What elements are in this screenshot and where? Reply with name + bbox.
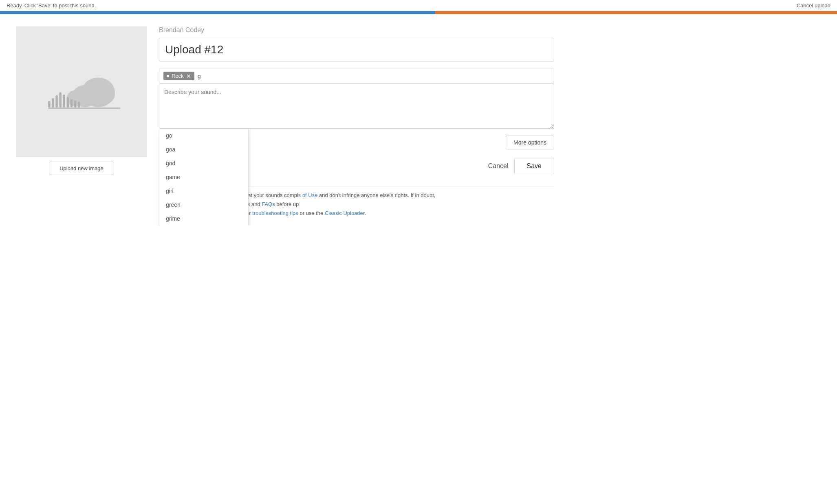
svg-rect-11 <box>74 101 76 107</box>
top-bar: Ready. Click 'Save' to post this sound. … <box>0 0 837 11</box>
svg-rect-9 <box>67 97 69 107</box>
description-textarea[interactable] <box>159 84 554 129</box>
cancel-button[interactable]: Cancel <box>488 162 509 170</box>
svg-rect-13 <box>48 107 120 109</box>
cancel-upload-link[interactable]: Cancel upload <box>797 2 830 9</box>
autocomplete-item[interactable]: god <box>159 156 248 170</box>
svg-rect-7 <box>59 92 61 107</box>
ready-text: Ready. Click 'Save' to post this sound. <box>7 2 96 9</box>
autocomplete-item[interactable]: go <box>159 129 248 142</box>
autocomplete-item[interactable]: green <box>159 198 248 212</box>
description-section <box>159 84 554 129</box>
progress-orange <box>435 11 837 14</box>
autocomplete-item[interactable]: goa <box>159 142 248 156</box>
soundcloud-icon <box>41 65 122 118</box>
artwork-box <box>16 26 147 157</box>
svg-rect-5 <box>52 98 54 107</box>
svg-rect-6 <box>55 95 57 107</box>
tag-input[interactable] <box>198 73 550 79</box>
autocomplete-item[interactable]: game <box>159 170 248 184</box>
tags-container[interactable]: Rock ✕ <box>159 68 554 84</box>
title-input[interactable] <box>159 38 554 61</box>
classic-uploader-link[interactable]: Classic Uploader <box>325 210 365 216</box>
footer-line3-mid: or use the <box>298 210 325 216</box>
autocomplete-item[interactable]: girl <box>159 184 248 198</box>
svg-rect-10 <box>70 99 73 107</box>
svg-rect-8 <box>63 94 65 107</box>
upload-image-button[interactable]: Upload new image <box>49 162 114 175</box>
troubleshoot-link[interactable]: troubleshooting tips <box>252 210 298 216</box>
footer-text2: and don't infringe anyone else's rights.… <box>317 192 435 198</box>
autocomplete-dropdown: go goa god game girl green grime garage … <box>159 129 249 226</box>
tos-link[interactable]: s of Use <box>298 192 318 198</box>
tag-rock: Rock ✕ <box>163 72 194 80</box>
autocomplete-item[interactable]: grime <box>159 212 248 226</box>
autocomplete-item[interactable]: garage <box>159 226 248 226</box>
svg-point-3 <box>93 85 115 104</box>
tags-section: Rock ✕ go goa god game girl green grime … <box>159 68 554 129</box>
main-content: Upload new image Brendan Codey Rock ✕ <box>0 14 570 226</box>
progress-blue <box>0 11 435 14</box>
svg-rect-4 <box>48 101 50 107</box>
tag-remove-button[interactable]: ✕ <box>186 73 191 79</box>
layout-row: Upload new image Brendan Codey Rock ✕ <box>16 26 554 218</box>
username: Brendan Codey <box>159 26 554 34</box>
footer-line2-end: before up <box>275 201 299 207</box>
right-panel: Brendan Codey Rock ✕ go goa god <box>159 26 554 218</box>
svg-rect-12 <box>78 102 80 108</box>
save-button[interactable]: Save <box>514 158 554 174</box>
left-panel: Upload new image <box>16 26 147 175</box>
tag-dot <box>167 75 169 77</box>
footer-period: . <box>364 210 366 216</box>
progress-bar <box>0 11 837 14</box>
faq-link[interactable]: FAQs <box>262 201 275 207</box>
tag-rock-label: Rock <box>172 73 184 79</box>
more-options-button[interactable]: More options <box>506 136 554 149</box>
